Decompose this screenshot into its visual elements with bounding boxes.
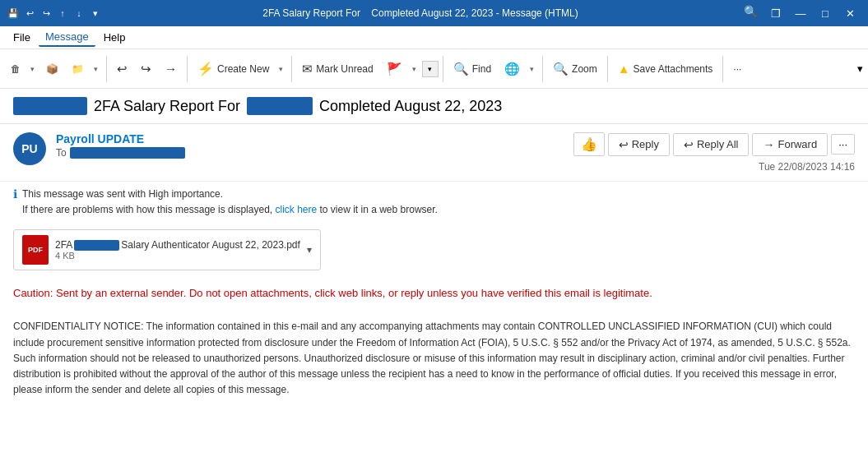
- menu-help[interactable]: Help: [97, 29, 132, 46]
- window-controls: 🔍 ❐ — □ ✕: [739, 2, 861, 25]
- sep5: [542, 56, 543, 82]
- customize-icon[interactable]: ▾: [89, 7, 102, 20]
- save-attachments-label: Save Attachments: [634, 63, 713, 75]
- delete-dropdown[interactable]: ▾: [26, 56, 39, 82]
- flag-button[interactable]: 🚩: [381, 56, 408, 82]
- title-bar: 💾 ↩ ↪ ↑ ↓ ▾ 2FA Salary Report For Comple…: [0, 0, 868, 26]
- minimize-button[interactable]: —: [789, 2, 812, 25]
- translate-button[interactable]: 🌐: [499, 56, 526, 82]
- translate-dropdown[interactable]: ▾: [526, 56, 538, 82]
- collapse-arrow[interactable]: ▾: [857, 62, 863, 75]
- create-new-button[interactable]: ⚡ Create New: [192, 56, 275, 82]
- confidentiality-notice: CONFIDENTIALITY NOTICE: The information …: [0, 309, 868, 411]
- delete-group: 🗑 ▾: [5, 56, 39, 82]
- undo-icon[interactable]: ↩: [23, 7, 36, 20]
- collapse-icon: ▾: [857, 62, 863, 75]
- delete-icon: 🗑: [11, 63, 21, 75]
- message-header: PU Payroll UPDATE To 👍 ↩ Reply: [0, 124, 868, 182]
- forward-nav-button[interactable]: →: [159, 56, 183, 82]
- more-icon: ···: [733, 63, 741, 75]
- pdf-icon: PDF: [22, 235, 49, 265]
- up-arrow-icon[interactable]: ↑: [56, 7, 69, 20]
- restore-down-button[interactable]: ❐: [764, 2, 787, 25]
- outlook-window: 💾 ↩ ↪ ↑ ↓ ▾ 2FA Salary Report For Comple…: [0, 0, 868, 466]
- message-actions-area: 👍 ↩ Reply ↩ Reply All → Forward ···: [573, 132, 855, 173]
- translate-group: 🌐 ▾: [499, 56, 538, 82]
- undo-button[interactable]: ↩: [111, 56, 133, 82]
- sender-name: Payroll UPDATE: [56, 132, 564, 145]
- move-group: 📁 ▾: [66, 56, 102, 82]
- attachment-info: 2FA Salary Authenticator August 22, 2023…: [55, 239, 300, 261]
- menu-message[interactable]: Message: [39, 28, 95, 47]
- subject-redact-2: [247, 97, 313, 115]
- find-button[interactable]: 🔍 Find: [448, 56, 497, 82]
- redo-icon[interactable]: ↪: [39, 7, 53, 20]
- attachment-size: 4 KB: [55, 251, 300, 261]
- info-text: This message was sent with High importan…: [22, 187, 438, 218]
- redo-button[interactable]: ↪: [135, 56, 157, 82]
- caution-text: Caution: Sent by an external sender. Do …: [13, 287, 855, 299]
- menu-bar: File Message Help: [0, 26, 868, 49]
- content-area: 2FA Salary Report For Completed August 2…: [0, 89, 868, 466]
- close-button[interactable]: ✕: [838, 2, 861, 25]
- menu-file[interactable]: File: [7, 29, 37, 46]
- create-new-label: Create New: [217, 63, 269, 75]
- importance-line2: If there are problems with how this mess…: [22, 202, 438, 218]
- flag-icon: 🚩: [387, 62, 402, 76]
- message-timestamp: Tue 22/08/2023 14:16: [759, 161, 855, 173]
- attachment-name-redact: [74, 240, 119, 251]
- subject-prefix: 2FA Salary Report For: [94, 98, 240, 115]
- attachment-name: 2FA Salary Authenticator August 22, 2023…: [55, 239, 300, 251]
- create-new-dropdown[interactable]: ▾: [275, 56, 287, 82]
- save-icon[interactable]: 💾: [7, 7, 20, 20]
- archive-icon: 📦: [46, 63, 58, 75]
- attachment-dropdown[interactable]: ▾: [307, 244, 312, 256]
- archive-button[interactable]: 📦: [40, 56, 64, 82]
- sep1: [106, 56, 107, 82]
- view-in-browser-link[interactable]: click here: [275, 204, 317, 215]
- title-bar-controls: 💾 ↩ ↪ ↑ ↓ ▾: [7, 7, 102, 20]
- info-bar: ℹ This message was sent with High import…: [0, 182, 868, 223]
- move-icon: 📁: [72, 63, 84, 75]
- window-title: 2FA Salary Report For Completed August 2…: [107, 7, 734, 19]
- maximize-button[interactable]: □: [814, 2, 837, 25]
- to-line: To: [56, 147, 564, 159]
- reply-button[interactable]: ↩ Reply: [608, 133, 670, 156]
- forward-button[interactable]: → Forward: [752, 133, 828, 156]
- sep7: [722, 56, 723, 82]
- zoom-label: Zoom: [572, 63, 597, 75]
- mark-unread-button[interactable]: ✉ Mark Unread: [296, 56, 378, 82]
- envelope-icon: ✉: [302, 62, 313, 76]
- flag-group: 🚩 ▾: [381, 56, 420, 82]
- translate-icon: 🌐: [504, 62, 520, 76]
- like-button[interactable]: 👍: [573, 132, 605, 156]
- save-attachments-button[interactable]: ▲ Save Attachments: [612, 56, 719, 82]
- subject-bar: 2FA Salary Report For Completed August 2…: [0, 89, 868, 124]
- drive-icon: ▲: [618, 62, 630, 76]
- more-toolbar-button[interactable]: ···: [727, 56, 747, 82]
- find-label: Find: [472, 63, 491, 75]
- mark-unread-label: Mark Unread: [316, 63, 373, 75]
- move-button[interactable]: 📁: [66, 56, 90, 82]
- delete-button[interactable]: 🗑: [5, 56, 26, 82]
- redo-icon: ↪: [141, 62, 151, 76]
- sep2: [187, 56, 188, 82]
- down-arrow-icon[interactable]: ↓: [72, 7, 86, 20]
- subject-redact-1: [13, 97, 87, 115]
- move-dropdown[interactable]: ▾: [90, 56, 102, 82]
- collapse-ribbon-button[interactable]: ▾: [422, 61, 439, 77]
- reply-all-button[interactable]: ↩ Reply All: [673, 133, 750, 156]
- more-actions-button[interactable]: ···: [831, 134, 855, 155]
- flag-dropdown[interactable]: ▾: [408, 56, 420, 82]
- info-icon: ℹ: [13, 187, 17, 201]
- create-new-group: ⚡ Create New ▾: [192, 56, 287, 82]
- attachment-item[interactable]: PDF 2FA Salary Authenticator August 22, …: [13, 229, 321, 270]
- forward-nav-icon: →: [165, 62, 177, 76]
- message-meta: Payroll UPDATE To: [56, 132, 564, 159]
- sep3: [291, 56, 292, 82]
- toolbar: 🗑 ▾ 📦 📁 ▾ ↩ ↪ → ⚡ C: [0, 49, 868, 89]
- sep6: [607, 56, 608, 82]
- search-icon[interactable]: 🔍: [739, 2, 763, 25]
- sender-avatar: PU: [13, 132, 46, 165]
- zoom-button[interactable]: 🔍 Zoom: [547, 56, 603, 82]
